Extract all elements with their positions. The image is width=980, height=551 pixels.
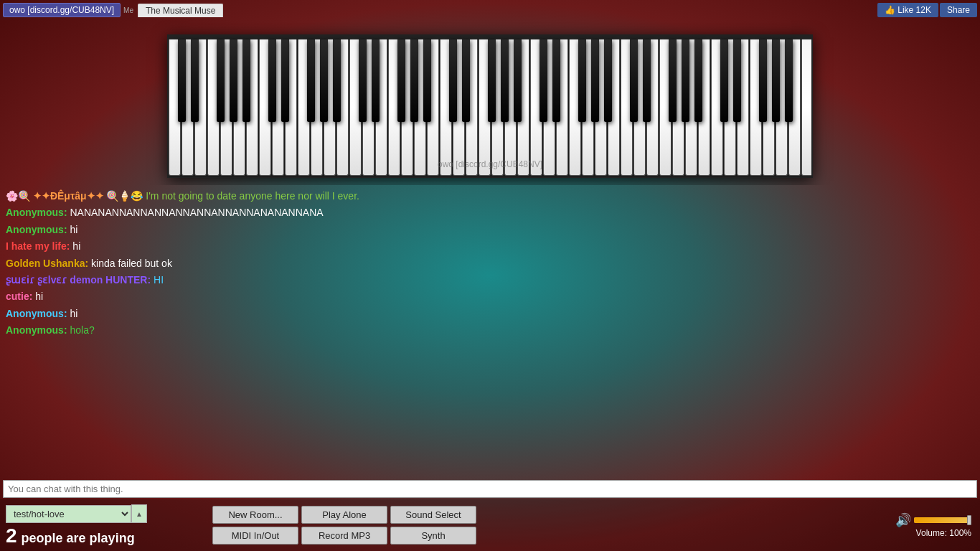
black-key-6-D#[interactable] xyxy=(733,39,741,122)
black-key-2-D#[interactable] xyxy=(372,39,380,122)
chat-message: 🌸🍭 ✦✦ÐÊμτâμ✦✦ 🍭🍦😂 I'm not going to date … xyxy=(6,188,974,204)
octave-5 xyxy=(621,36,711,176)
people-label: people are playing xyxy=(22,531,135,546)
synth-button[interactable]: Synth xyxy=(390,527,476,545)
chat-username: 🌸🍭 ✦✦ÐÊμτâμ✦✦ 🍭🍦😂 xyxy=(6,190,146,202)
chat-text: kinda failed but ok xyxy=(91,258,172,269)
chat-message: Anonymous: NANANANNANNANNANNANNANNANNANA… xyxy=(6,204,974,220)
black-key-4-G#[interactable] xyxy=(591,39,599,122)
bottom-row2: MIDI In/Out Record MP3 Synth xyxy=(212,527,476,545)
black-key-0-G#[interactable] xyxy=(230,39,237,122)
fb-share-button[interactable]: Share xyxy=(940,3,977,17)
fb-buttons: 👍 Like 12K Share xyxy=(877,3,977,17)
chat-username: Anonymous: xyxy=(6,207,70,218)
black-key-4-C#[interactable] xyxy=(540,39,547,122)
octave-2 xyxy=(349,36,440,176)
chat-message: Anonymous: hi xyxy=(6,306,974,321)
discord-button[interactable]: owo [discord.gg/CUB48NV] xyxy=(3,3,121,17)
chat-username: Golden Ushanka: xyxy=(6,258,91,269)
chat-message: Anonymous: hi xyxy=(6,222,974,237)
black-key-2-G#[interactable] xyxy=(410,39,418,122)
octave-0 xyxy=(169,36,259,176)
octave-3 xyxy=(440,36,530,176)
chat-area: 🌸🍭 ✦✦ÐÊμτâμ✦✦ 🍭🍦😂 I'm not going to date … xyxy=(0,185,980,479)
black-key-1-F#[interactable] xyxy=(307,39,315,122)
black-key-1-A#[interactable] xyxy=(333,39,341,122)
black-key-3-C#[interactable] xyxy=(449,39,457,122)
black-key-2-C#[interactable] xyxy=(359,39,367,122)
room-up-button[interactable]: ▲ xyxy=(131,504,147,523)
black-key-5-C#[interactable] xyxy=(630,39,638,122)
chat-username: cutie: xyxy=(6,291,35,302)
volume-slider-track[interactable] xyxy=(914,517,971,523)
black-key-5-F#[interactable] xyxy=(669,39,677,122)
fb-like-button[interactable]: 👍 Like 12K xyxy=(877,3,938,17)
black-key-6-C#[interactable] xyxy=(720,39,728,122)
volume-bar-container: 🔊 xyxy=(895,512,971,528)
black-key-0-F#[interactable] xyxy=(217,39,225,122)
black-key-0-D#[interactable] xyxy=(191,39,199,122)
play-alone-button[interactable]: Play Alone xyxy=(301,506,387,524)
black-key-0-C#[interactable] xyxy=(178,39,186,122)
black-key-0-A#[interactable] xyxy=(242,39,250,122)
chat-text: I'm not going to date anyone here nor wi… xyxy=(146,190,359,202)
black-key-1-C#[interactable] xyxy=(268,39,276,122)
chat-text: hi xyxy=(70,308,77,319)
chat-username: Anonymous: xyxy=(6,224,70,235)
black-key-4-D#[interactable] xyxy=(552,39,560,122)
bottom-buttons: New Room... Play Alone Sound Select MIDI… xyxy=(212,506,476,545)
people-count: 2 xyxy=(6,526,17,546)
chat-input[interactable] xyxy=(3,480,977,498)
black-key-3-G#[interactable] xyxy=(501,39,509,122)
chat-input-area xyxy=(0,479,980,499)
piano-keyboard[interactable]: owo [discord.gg/CUB48NV] xyxy=(167,34,813,178)
black-key-5-A#[interactable] xyxy=(694,39,702,122)
black-key-5-D#[interactable] xyxy=(643,39,651,122)
main-area: owo [discord.gg/CUB48NV] 🌸🍭 ✦✦ÐÊμτâμ✦✦ 🍭… xyxy=(0,20,980,551)
chat-text: hi xyxy=(72,240,80,252)
bottom-bar: test/hot-love ▲ 2 people are playing New… xyxy=(0,499,980,551)
volume-slider-fill xyxy=(914,517,971,523)
volume-slider-thumb[interactable] xyxy=(967,515,971,525)
sound-select-button[interactable]: Sound Select xyxy=(390,506,476,524)
black-key-3-A#[interactable] xyxy=(514,39,522,122)
black-key-6-G#[interactable] xyxy=(772,39,780,122)
black-key-2-A#[interactable] xyxy=(423,39,431,122)
black-key-1-G#[interactable] xyxy=(320,39,328,122)
piano-container: owo [discord.gg/CUB48NV] xyxy=(0,20,980,185)
black-key-6-A#[interactable] xyxy=(785,39,793,122)
black-key-4-F#[interactable] xyxy=(578,39,586,122)
volume-area: 🔊 Volume: 100% xyxy=(895,512,974,538)
room-select[interactable]: test/hot-love xyxy=(6,505,131,523)
bottom-left: test/hot-love ▲ 2 people are playing xyxy=(6,504,207,546)
black-key-3-D#[interactable] xyxy=(462,39,470,122)
black-key-3-F#[interactable] xyxy=(488,39,496,122)
midi-button[interactable]: MIDI In/Out xyxy=(212,527,298,545)
chat-message: Anonymous: hola? xyxy=(6,322,974,338)
black-key-5-G#[interactable] xyxy=(682,39,689,122)
black-key-2-F#[interactable] xyxy=(397,39,405,122)
chat-message: ʂɯɛiɾ ʂɛlvɛɾ demon HUNTER: HI xyxy=(6,272,974,288)
black-key-6-F#[interactable] xyxy=(759,39,767,122)
chat-username: I hate my life: xyxy=(6,240,72,252)
people-count-row: 2 people are playing xyxy=(6,526,207,546)
chat-message: I hate my life: hi xyxy=(6,238,974,254)
chat-text: hola? xyxy=(70,324,94,336)
black-key-1-D#[interactable] xyxy=(281,39,289,122)
chat-message: cutie: hi xyxy=(6,288,974,304)
volume-label: Volume: 100% xyxy=(916,528,971,538)
chat-text: HI xyxy=(154,274,164,286)
chat-username: Anonymous: xyxy=(6,308,70,319)
chat-message: Golden Ushanka: kinda failed but ok xyxy=(6,255,974,271)
black-key-4-A#[interactable] xyxy=(604,39,612,122)
chat-username: Anonymous: xyxy=(6,324,70,336)
record-button[interactable]: Record MP3 xyxy=(301,527,387,545)
octave-1 xyxy=(259,36,349,176)
tab-me-label: Me xyxy=(123,6,133,14)
musical-muse-tab[interactable]: The Musical Muse xyxy=(138,4,223,17)
header-left: owo [discord.gg/CUB48NV] Me The Musical … xyxy=(3,3,223,17)
chat-username: ʂɯɛiɾ ʂɛlvɛɾ demon HUNTER: xyxy=(6,274,154,286)
white-key-final-C[interactable] xyxy=(801,39,813,176)
octave-4 xyxy=(530,36,621,176)
new-room-button[interactable]: New Room... xyxy=(212,506,298,524)
